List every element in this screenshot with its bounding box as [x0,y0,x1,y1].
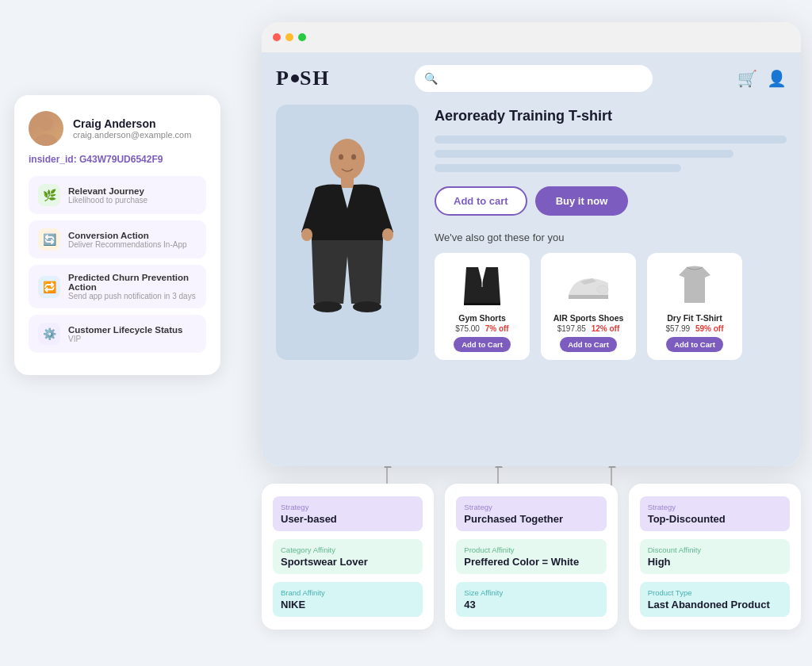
strat-label-1: Strategy User-based [273,496,423,531]
desc-line-2 [435,150,733,158]
strat-brand-title-2: Size Affinity [464,588,598,597]
churn-sub: Send app push notification in 3 days [68,292,197,300]
strat-brand-3: Product Type Last Abandoned Product [640,582,790,617]
avatar [29,111,63,146]
lifecycle-sub: VIP [68,335,182,343]
lifecycle-icon: ⚙️ [38,323,60,345]
conversion-label: Conversion Action [68,231,187,240]
rec-item-name-3: Dry Fit T-Shirt [655,313,734,323]
strat-label-2: Strategy Purchased Together [456,496,606,531]
rec-item-3: Dry Fit T-Shirt $57.99 59% off Add to Ca… [647,253,742,360]
conversion-sub: Deliver Recommendations In-App [68,240,187,249]
journey-row: 🌿 Relevant Journey Likelihood to purchas… [29,176,206,214]
user-card: Craig Anderson craig.anderson@example.co… [14,95,220,375]
svg-rect-3 [341,177,354,188]
desc-line-3 [435,164,681,172]
browser-window: PSH 🔍 🛒 👤 [262,22,801,466]
rec-item-img-3 [655,261,734,308]
product-details: Aeroready Training T-shirt Add to cart B… [435,105,787,360]
svg-point-7 [353,301,381,312]
strat-label-3: Strategy Top-Discounted [640,496,790,531]
rec-add-cart-btn-3[interactable]: Add to Cart [666,337,723,352]
svg-point-9 [351,155,356,160]
rec-add-cart-btn-2[interactable]: Add to Cart [560,337,617,352]
browser-bar [262,22,801,52]
strat-attr1-2: Product Affinity Preffered Color = White [456,539,606,574]
account-icon[interactable]: 👤 [767,69,787,88]
user-info: Craig Anderson craig.anderson@example.co… [73,117,191,140]
churn-row: 🔁 Predicted Churn Prevention Action Send… [29,265,206,308]
svg-point-1 [35,134,57,146]
journey-sub: Likelihood to purchase [68,196,147,205]
rec-item-price-2: $197.85 12% off [549,324,628,333]
svg-point-0 [39,117,53,131]
rec-items: Gym Shorts $75.00 7% off Add to Cart [435,253,787,360]
svg-point-4 [301,228,312,241]
strat-attr1-title-1: Category Affinity [281,545,415,554]
buy-now-button[interactable]: Buy it now [535,186,629,216]
rec-item-2: AIR Sports Shoes $197.85 12% off Add to … [541,253,636,360]
strat-title-3: Strategy [648,503,782,511]
rec-item-price-3: $57.99 59% off [655,324,734,333]
product-section: Aeroready Training T-shirt Add to cart B… [276,105,787,360]
churn-icon: 🔁 [38,276,60,298]
add-to-cart-button[interactable]: Add to cart [435,186,527,216]
cart-icon[interactable]: 🛒 [737,69,757,88]
rec-item-name-2: AIR Sports Shoes [549,313,628,323]
strat-attr1-value-1: Sportswear Lover [281,556,415,568]
strat-value-3: Top-Discounted [648,513,782,525]
strat-brand-1: Brand Affinity NIKE [273,582,423,617]
user-card-header: Craig Anderson craig.anderson@example.co… [29,111,206,146]
strat-attr1-value-3: High [648,556,782,568]
browser-dot-close[interactable] [273,33,281,41]
btn-group: Add to cart Buy it now [435,186,787,216]
svg-point-11 [597,285,608,293]
lifecycle-label: Customer Lifecycle Status [68,325,182,335]
insider-id: insider_id: G43W79UD6542F9 [29,154,206,165]
strat-attr1-title-2: Product Affinity [464,545,598,554]
strat-brand-value-2: 43 [464,599,598,610]
user-email: craig.anderson@example.com [73,130,191,140]
rec-add-cart-btn-1[interactable]: Add to Cart [454,337,511,352]
journey-icon: 🌿 [38,184,60,206]
strategy-card-1: Strategy User-based Category Affinity Sp… [262,484,434,630]
strat-brand-title-3: Product Type [648,588,782,597]
strategy-card-3: Strategy Top-Discounted Discount Affinit… [629,484,801,630]
header-icons: 🛒 👤 [737,69,787,88]
strat-attr1-title-3: Discount Affinity [648,545,782,554]
search-bar[interactable]: 🔍 [415,65,653,92]
strat-title-1: Strategy [281,503,415,511]
rec-item-1: Gym Shorts $75.00 7% off Add to Cart [435,253,530,360]
posh-header: PSH 🔍 🛒 👤 [276,65,787,92]
logo-o-dot [291,75,299,82]
strat-brand-value-3: Last Abandoned Product [648,599,782,610]
journey-label: Relevant Journey [68,186,147,196]
strat-brand-value-1: NIKE [281,599,415,610]
rec-item-img-2 [549,261,628,308]
strategy-card-2: Strategy Purchased Together Product Affi… [445,484,617,630]
strat-brand-2: Size Affinity 43 [456,582,606,617]
svg-point-6 [313,301,342,312]
rec-item-img-1 [442,261,522,308]
browser-dot-min[interactable] [285,33,293,41]
desc-line-1 [435,136,787,144]
strat-attr1-3: Discount Affinity High [640,539,790,574]
search-icon: 🔍 [424,72,438,85]
browser-dot-max[interactable] [298,33,306,41]
rec-item-price-1: $75.00 7% off [442,324,522,333]
product-title: Aeroready Training T-shirt [435,108,787,124]
insider-id-value: G43W79UD6542F9 [79,154,163,165]
strat-brand-title-1: Brand Affinity [281,588,415,597]
recommendations: We've also got these for you [435,232,787,360]
svg-point-2 [330,139,365,180]
lifecycle-row: ⚙️ Customer Lifecycle Status VIP [29,315,206,353]
rec-title: We've also got these for you [435,232,787,243]
svg-point-8 [339,155,343,160]
churn-label: Predicted Churn Prevention Action [68,273,197,292]
user-name: Craig Anderson [73,117,191,130]
rec-item-name-1: Gym Shorts [442,313,522,323]
posh-content: PSH 🔍 🛒 👤 [262,52,801,466]
product-desc [435,136,787,172]
strategy-section: Strategy User-based Category Affinity Sp… [262,484,801,630]
strat-value-2: Purchased Together [464,513,598,525]
